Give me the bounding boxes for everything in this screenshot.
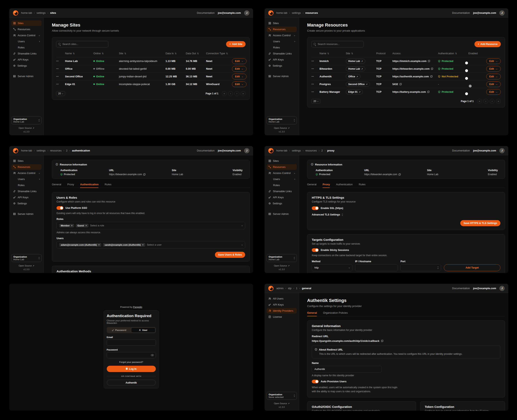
sidebar-item-shareable-links[interactable]: Shareable Links [11, 51, 42, 56]
breadcrumb-item[interactable]: sites [50, 11, 56, 14]
tab-authentication[interactable]: Authentication [336, 183, 352, 188]
column-header-name[interactable]: Name [65, 52, 93, 55]
edit-button[interactable]: Edit [232, 81, 247, 87]
documentation-link[interactable]: Documentation [452, 287, 470, 290]
stepper-icon[interactable] [438, 267, 438, 269]
breadcrumb-item[interactable]: settings [37, 149, 46, 152]
breadcrumb-item[interactable]: settings [37, 11, 46, 14]
avatar[interactable]: J [499, 286, 505, 291]
edit-button[interactable]: Edit [486, 66, 501, 72]
avatar[interactable]: J [244, 10, 249, 15]
sidebar-item-server-admin[interactable]: Server Admin [11, 211, 42, 217]
breadcrumb-item[interactable]: general [302, 287, 311, 290]
documentation-link[interactable]: Documentation [452, 149, 470, 152]
sidebar-item-roles[interactable]: Roles [266, 45, 297, 50]
organization-selector[interactable]: OrganizationHome Lab [266, 254, 297, 262]
organization-selector[interactable]: OrganizationHome Lab [266, 116, 297, 124]
log-in-button[interactable]: Log In [107, 366, 156, 372]
organization-selector[interactable]: OrganizationHome Lab [11, 254, 42, 262]
breadcrumb-item[interactable]: idp [288, 287, 291, 290]
sidebar-item-resources[interactable]: Resources [266, 164, 297, 170]
tab-authentication[interactable]: Authentication [80, 183, 99, 188]
open-source-link[interactable]: Open Source [274, 264, 289, 267]
breadcrumb-item[interactable]: resources [305, 11, 318, 14]
copy-icon[interactable] [400, 83, 402, 85]
copy-icon[interactable] [431, 68, 433, 70]
avatar[interactable]: J [244, 148, 249, 153]
open-source-link[interactable]: Open Source [19, 127, 34, 129]
open-source-link[interactable]: Open Source [274, 127, 289, 129]
column-header-site[interactable]: Site [346, 52, 376, 55]
row-menu-button[interactable]: ⋯ [56, 83, 65, 86]
column-header-data-out[interactable]: Data Out [186, 52, 206, 55]
sticky-sessions-toggle[interactable] [312, 248, 319, 252]
sidebar-item-sites[interactable]: Sites [11, 158, 42, 164]
sidebar-item-api-keys[interactable]: API Keys [11, 195, 42, 200]
port-input[interactable] [401, 264, 441, 271]
breadcrumb-item[interactable]: 1 [296, 287, 297, 290]
sidebar-item-users[interactable]: Users [266, 176, 297, 182]
role-chip[interactable]: Member [59, 224, 74, 227]
tab-password[interactable]: Password [107, 327, 131, 333]
sidebar-item-access-control[interactable]: Access Control [11, 33, 42, 38]
sidebar-item-server-admin[interactable]: Server Admin [266, 211, 297, 217]
tab-general[interactable]: General [52, 183, 61, 188]
sidebar-item-shareable-links[interactable]: Shareable Links [11, 188, 42, 194]
sidebar-item-shareable-links[interactable]: Shareable Links [266, 188, 297, 194]
sidebar-item-all-users[interactable]: All Users [266, 296, 297, 301]
last-page-button[interactable]: » [241, 91, 245, 96]
edit-button[interactable]: Edit [486, 81, 501, 87]
row-menu-button[interactable]: ⋯ [56, 75, 65, 78]
open-source-link[interactable]: Open Source [274, 402, 289, 405]
copy-icon[interactable] [430, 75, 433, 78]
sidebar-item-resources[interactable]: Resources [11, 27, 42, 32]
sidebar-item-api-keys[interactable]: API Keys [266, 195, 297, 200]
sidebar-item-access-control[interactable]: Access Control [11, 170, 42, 176]
breadcrumb-item[interactable]: home-lab [21, 149, 32, 152]
name-input[interactable] [312, 366, 382, 372]
edit-button[interactable]: Edit [486, 89, 501, 95]
breadcrumb-item[interactable]: 2 [321, 149, 323, 152]
sidebar-item-settings[interactable]: ⚙Settings [266, 63, 297, 68]
user-email[interactable]: joe@example.com [218, 11, 241, 14]
tab-organization-policies[interactable]: Organization Policies [323, 311, 348, 316]
user-email[interactable]: joe@example.com [473, 11, 496, 14]
breadcrumb-item[interactable]: settings [292, 11, 301, 14]
breadcrumb-item[interactable]: home-lab [276, 11, 287, 14]
row-menu-button[interactable]: ⋯ [311, 75, 319, 78]
row-menu-button[interactable]: ⋯ [56, 67, 65, 70]
platform-sso-toggle[interactable] [57, 206, 63, 210]
row-menu-button[interactable]: ⋯ [311, 60, 319, 63]
method-select[interactable]: http [312, 264, 352, 271]
open-source-link[interactable]: Open Source [19, 264, 34, 267]
sidebar-item-server-admin[interactable]: Server Admin [266, 74, 297, 79]
site-link[interactable]: Office [346, 74, 360, 79]
next-page-button[interactable]: › [490, 99, 494, 104]
remove-icon[interactable] [71, 224, 73, 227]
breadcrumb-item[interactable]: resources [50, 149, 61, 152]
page-size-select[interactable]: 20 [56, 91, 65, 96]
sidebar-item-sites[interactable]: Sites [266, 21, 297, 26]
add-resource-button[interactable]: Add Resource [474, 41, 501, 47]
sidebar-item-api-keys[interactable]: API Keys [11, 57, 42, 62]
tab-rules[interactable]: Rules [359, 183, 365, 188]
sidebar-item-api-keys[interactable]: API Keys [266, 57, 297, 62]
documentation-link[interactable]: Documentation [452, 11, 470, 14]
tab-general[interactable]: General [307, 183, 316, 188]
role-chip[interactable]: Guest [76, 224, 89, 227]
edit-button[interactable]: Edit [232, 74, 247, 79]
last-page-button[interactable]: » [496, 99, 501, 104]
prev-page-button[interactable]: ‹ [483, 99, 488, 104]
avatar[interactable]: J [499, 10, 505, 15]
search-input[interactable] [56, 41, 108, 47]
sidebar-item-users[interactable]: Users [11, 39, 42, 44]
row-menu-button[interactable]: ⋯ [56, 60, 65, 63]
edit-button[interactable]: Edit [232, 58, 247, 64]
sidebar-item-sites[interactable]: Sites [266, 158, 297, 164]
sidebar-item-resources[interactable]: Resources [266, 27, 297, 32]
sidebar-item-users[interactable]: Users [266, 39, 297, 44]
sidebar-item-access-control[interactable]: Access Control [266, 170, 297, 176]
sidebar-item-settings[interactable]: ⚙Settings [11, 63, 42, 68]
eye-icon[interactable] [151, 354, 153, 356]
add-target-button[interactable]: Add Target [444, 264, 500, 271]
